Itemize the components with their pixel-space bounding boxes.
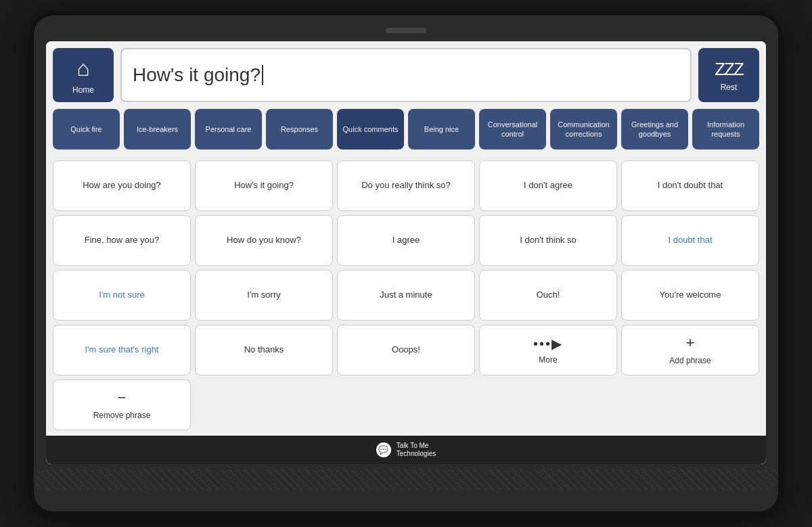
phrase-btn-5[interactable]: Fine, how are you? <box>53 215 191 266</box>
phrase-btn-3[interactable]: I don't agree <box>479 160 617 211</box>
top-bar: ⌂ Home How's it going? ZZZ Rest <box>46 41 766 109</box>
phrase-btn-4[interactable]: I don't doubt that <box>621 160 759 211</box>
phrase-btn-11[interactable]: I'm sorry <box>195 270 333 321</box>
phrase-btn-7[interactable]: I agree <box>337 215 475 266</box>
category-conversational-control[interactable]: Conversational control <box>479 109 546 150</box>
phrase-btn-12[interactable]: Just a minute <box>337 270 475 321</box>
add-label: Add phrase <box>669 356 710 367</box>
category-communication-corrections[interactable]: Communication corrections <box>550 109 617 150</box>
brand-text: Talk To Me Technologies <box>397 442 436 458</box>
phrase-btn-14[interactable]: You're welcome <box>621 270 759 321</box>
phrase-btn-10[interactable]: I'm not sure <box>53 270 191 321</box>
phrase-grid: How are you doing?How's it going?Do you … <box>46 156 766 325</box>
screen: ⌂ Home How's it going? ZZZ Rest Quick fi… <box>46 41 766 464</box>
remove-label: Remove phrase <box>93 411 151 421</box>
phrase-btn-0[interactable]: How are you doing? <box>53 160 191 211</box>
phrase-btn-8[interactable]: I don't think so <box>479 215 617 266</box>
text-cursor <box>262 65 263 85</box>
remove-phrase-button[interactable]: −Remove phrase <box>53 380 191 430</box>
phrase-btn-1[interactable]: How's it going? <box>195 160 333 211</box>
brand-icon: 💬 <box>376 442 391 457</box>
bottom-row: I'm sure that's rightNo thanksOoops!•••▶… <box>46 325 766 436</box>
add-icon: + <box>686 334 695 353</box>
category-being-nice[interactable]: Being nice <box>408 109 475 150</box>
rest-button[interactable]: ZZZ Rest <box>698 48 759 102</box>
bottom-phrase-0[interactable]: I'm sure that's right <box>53 325 191 375</box>
more-button[interactable]: •••▶More <box>479 325 617 375</box>
rest-label: Rest <box>721 83 738 92</box>
category-ice-breakers[interactable]: Ice-breakers <box>124 109 191 150</box>
device-frame: ⌂ Home How's it going? ZZZ Rest Quick fi… <box>34 16 778 511</box>
rest-icon: ZZZ <box>715 59 743 80</box>
phrase-btn-2[interactable]: Do you really think so? <box>337 160 475 211</box>
remove-icon: − <box>118 388 127 408</box>
home-button[interactable]: ⌂ Home <box>53 48 114 102</box>
category-information-requests[interactable]: Information requests <box>692 109 759 150</box>
bottom-phrase-1[interactable]: No thanks <box>195 325 333 375</box>
text-display[interactable]: How's it going? <box>120 48 692 102</box>
category-responses[interactable]: Responses <box>266 109 333 150</box>
more-label: More <box>539 355 557 366</box>
category-greetings-goodbyes[interactable]: Greetings and goodbyes <box>621 109 688 150</box>
category-bar: Quick fireIce-breakersPersonal careRespo… <box>46 109 766 156</box>
phrase-btn-6[interactable]: How do you know? <box>195 215 333 266</box>
device-grip <box>34 469 778 490</box>
category-quick-fire[interactable]: Quick fire <box>53 109 120 150</box>
home-label: Home <box>72 85 94 95</box>
home-icon: ⌂ <box>76 56 89 81</box>
phrase-btn-9[interactable]: I doubt that <box>621 215 759 266</box>
input-text: How's it going? <box>133 64 261 86</box>
bottom-phrase-2[interactable]: Ooops! <box>337 325 475 375</box>
category-personal-care[interactable]: Personal care <box>195 109 262 150</box>
add-phrase-button[interactable]: +Add phrase <box>621 325 759 375</box>
more-icon: •••▶ <box>533 335 563 352</box>
brand-bar: 💬 Talk To Me Technologies <box>46 436 766 464</box>
phrase-btn-13[interactable]: Ouch! <box>479 270 617 321</box>
category-quick-comments[interactable]: Quick comments <box>337 109 404 150</box>
